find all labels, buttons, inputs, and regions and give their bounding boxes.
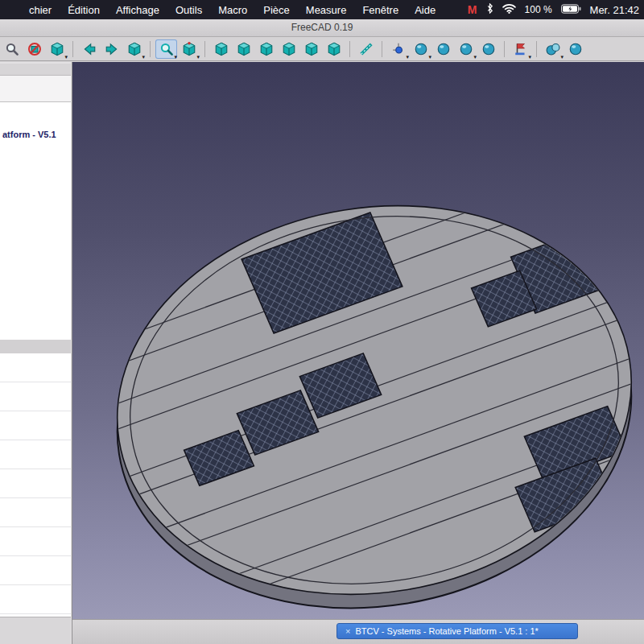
dropdown-arrow-icon[interactable]: ▾ — [560, 54, 564, 60]
view-rear-icon[interactable] — [278, 39, 299, 59]
property-row[interactable] — [0, 585, 71, 614]
toolbar-separator — [382, 41, 382, 57]
clipping-plane-icon[interactable] — [23, 39, 45, 59]
magnifier-icon[interactable] — [1, 39, 23, 59]
menubar-items: chierÉditionAffichageOutilsMacroPièceMea… — [21, 4, 444, 16]
menu-item-aide[interactable]: Aide — [407, 4, 444, 16]
point-icon[interactable]: ▾ — [387, 39, 409, 59]
view-left-icon[interactable] — [323, 39, 345, 59]
menubar-clock[interactable]: Mer. 21:42 — [590, 4, 639, 16]
menubar-status: M 100 % Mer. 21:42 — [468, 3, 644, 16]
property-row[interactable] — [0, 469, 71, 498]
property-row[interactable] — [0, 411, 71, 440]
measure-icon[interactable] — [355, 39, 377, 59]
battery-percent: 100 % — [525, 4, 552, 15]
view-right-icon[interactable] — [255, 39, 277, 59]
toolbar-separator — [349, 41, 350, 57]
sidebar-footer — [0, 617, 71, 644]
dropdown-arrow-icon[interactable]: ▾ — [473, 54, 477, 60]
toolbar-separator — [150, 41, 151, 57]
property-editor-panel[interactable] — [0, 353, 71, 617]
texture-cube-icon[interactable]: ▾ — [46, 39, 68, 59]
sphere-icon[interactable] — [432, 39, 454, 59]
axonometric-view-icon[interactable]: ▾ — [178, 39, 200, 59]
cone-icon[interactable] — [477, 39, 499, 59]
menu-item-édition[interactable]: Édition — [60, 4, 108, 16]
document-tab-label: BTCV - Systems - Rotative Platform - V5.… — [355, 626, 538, 636]
tree-item-document[interactable]: atform - V5.1 — [0, 130, 71, 139]
dropdown-arrow-icon[interactable]: ▾ — [428, 54, 431, 60]
model-tree-panel[interactable]: atform - V5.1 — [0, 102, 71, 341]
menubar: chierÉditionAffichageOutilsMacroPièceMea… — [0, 0, 644, 19]
draw-style-icon[interactable]: ▾ — [123, 39, 145, 59]
dropdown-arrow-icon[interactable]: ▾ — [142, 54, 145, 60]
document-tab[interactable]: × BTCV - Systems - Rotative Platform - V… — [336, 623, 578, 639]
dropdown-arrow-icon[interactable]: ▾ — [528, 54, 531, 60]
shape-icon[interactable]: ▾ — [455, 39, 477, 59]
toolbar-separator — [504, 41, 505, 57]
dropdown-arrow-icon[interactable]: ▾ — [196, 54, 200, 60]
menu-item-affichage[interactable]: Affichage — [108, 4, 167, 16]
bluetooth-icon[interactable] — [486, 3, 493, 16]
platform-disc — [72, 167, 644, 620]
menu-item-fenêtre[interactable]: Fenêtre — [354, 4, 407, 16]
wifi-icon[interactable] — [502, 3, 516, 16]
toolbar-separator — [536, 41, 537, 57]
platform-model — [72, 62, 644, 620]
view-front-icon[interactable] — [210, 39, 232, 59]
menu-item-measure[interactable]: Measure — [298, 4, 355, 16]
nav-forward-icon[interactable] — [101, 39, 122, 59]
property-row[interactable] — [0, 527, 71, 556]
primitive-icon[interactable]: ▾ — [410, 39, 431, 59]
viewport-3d[interactable] — [72, 62, 644, 620]
sidebar-combo-view: atform - V5.1 — [0, 62, 72, 644]
property-row[interactable] — [0, 440, 71, 469]
zoom-fit-icon[interactable]: ▾ — [155, 39, 177, 59]
property-row[interactable] — [0, 382, 71, 411]
view-bottom-icon[interactable] — [300, 39, 322, 59]
dropdown-arrow-icon[interactable]: ▾ — [174, 54, 177, 60]
toolbar-separator — [204, 41, 205, 57]
toolbar-separator — [72, 41, 73, 57]
toolbar: ▾▾▾▾▾▾▾▾▾ — [0, 37, 644, 61]
app-logo-icon[interactable]: M — [468, 3, 477, 16]
window-title: FreeCAD 0.19 — [291, 22, 353, 33]
combo-view-tabs[interactable] — [0, 64, 71, 76]
battery-icon[interactable] — [561, 4, 581, 16]
dropdown-arrow-icon[interactable]: ▾ — [64, 54, 68, 60]
appearance-icon[interactable] — [564, 39, 586, 59]
panel-splitter[interactable] — [0, 340, 71, 354]
property-row[interactable] — [0, 498, 71, 527]
menu-item-chier[interactable]: chier — [21, 4, 60, 16]
placement-flag-icon[interactable]: ▾ — [510, 39, 531, 59]
nav-back-icon[interactable] — [78, 39, 100, 59]
property-row[interactable] — [0, 556, 71, 585]
view-top-icon[interactable] — [233, 39, 254, 59]
boolean-icon[interactable]: ▾ — [542, 39, 564, 59]
menu-item-macro[interactable]: Macro — [210, 4, 255, 16]
menu-item-outils[interactable]: Outils — [167, 4, 210, 16]
tree-toolbar[interactable] — [0, 76, 71, 102]
close-icon[interactable]: × — [345, 626, 350, 636]
property-row[interactable] — [0, 353, 71, 382]
window-titlebar[interactable]: FreeCAD 0.19 — [0, 19, 644, 37]
dropdown-arrow-icon[interactable]: ▾ — [406, 54, 409, 60]
statusbar: × BTCV - Systems - Rotative Platform - V… — [72, 619, 644, 644]
menu-item-pièce[interactable]: Pièce — [255, 4, 298, 16]
